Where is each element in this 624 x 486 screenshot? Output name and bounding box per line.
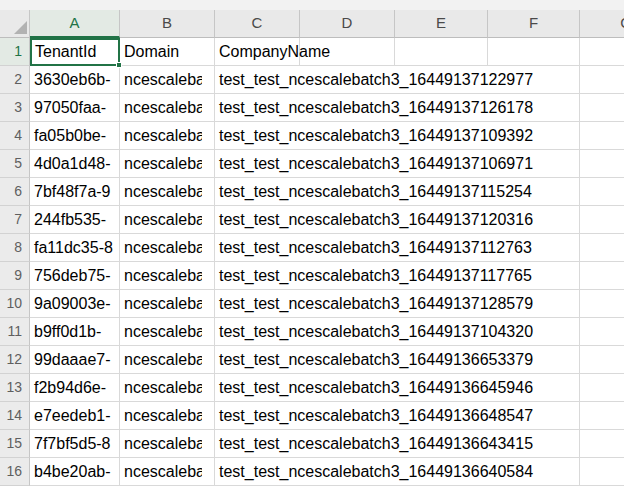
row-number[interactable]: 14 bbox=[0, 402, 30, 430]
cell-tenantid[interactable]: 7f7bf5d5-8 bbox=[30, 430, 120, 458]
row-number[interactable]: 16 bbox=[0, 458, 30, 486]
cell-empty[interactable] bbox=[580, 374, 624, 402]
cell-domain[interactable]: ncescaleba bbox=[120, 122, 215, 150]
cell-tenantid[interactable]: 99daaae7- bbox=[30, 346, 120, 374]
active-cell-a1[interactable]: TenantId bbox=[30, 38, 120, 66]
cell-empty[interactable] bbox=[580, 402, 624, 430]
column-header-d[interactable]: D bbox=[300, 10, 395, 38]
cell-domain[interactable]: ncescaleba bbox=[120, 374, 215, 402]
cell-empty[interactable] bbox=[580, 346, 624, 374]
row-number[interactable]: 12 bbox=[0, 346, 30, 374]
cell-b1-domain-header[interactable]: Domain bbox=[120, 38, 215, 66]
cell-g1-empty[interactable] bbox=[580, 38, 624, 66]
domain-value: ncescaleba bbox=[124, 150, 202, 177]
cell-domain[interactable]: ncescaleba bbox=[120, 318, 215, 346]
row-number[interactable]: 7 bbox=[0, 206, 30, 234]
cell-empty[interactable] bbox=[580, 94, 624, 122]
row-number[interactable]: 5 bbox=[0, 150, 30, 178]
cell-empty[interactable] bbox=[580, 122, 624, 150]
cell-companyname[interactable]: test_test_ncescalebatch3_16449136648547 bbox=[215, 402, 580, 430]
cell-domain[interactable]: ncescaleba bbox=[120, 262, 215, 290]
table-row: 5 4d0a1d48- ncescaleba test_test_ncescal… bbox=[0, 150, 624, 178]
cell-domain[interactable]: ncescaleba bbox=[120, 346, 215, 374]
column-header-f[interactable]: F bbox=[488, 10, 580, 38]
cell-empty[interactable] bbox=[580, 262, 624, 290]
tenantid-value: b4be20ab- bbox=[34, 463, 111, 480]
column-header-e[interactable]: E bbox=[395, 10, 488, 38]
cell-d1-empty[interactable] bbox=[300, 38, 395, 66]
cell-companyname[interactable]: test_test_ncescalebatch3_16449136640584 bbox=[215, 458, 580, 486]
cell-empty[interactable] bbox=[580, 206, 624, 234]
cell-companyname[interactable]: test_test_ncescalebatch3_16449137126178 bbox=[215, 94, 580, 122]
cell-tenantid[interactable]: 3630eb6b- bbox=[30, 66, 120, 94]
cell-domain[interactable]: ncescaleba bbox=[120, 458, 215, 486]
column-header-c[interactable]: C bbox=[215, 10, 300, 38]
tenantid-value: 756deb75- bbox=[34, 267, 111, 284]
cell-tenantid[interactable]: 4d0a1d48- bbox=[30, 150, 120, 178]
row-number-1[interactable]: 1 bbox=[0, 38, 30, 66]
cell-empty[interactable] bbox=[580, 458, 624, 486]
cell-tenantid[interactable]: fa11dc35-8 bbox=[30, 234, 120, 262]
domain-value: ncescaleba bbox=[124, 430, 202, 457]
cell-domain[interactable]: ncescaleba bbox=[120, 66, 215, 94]
cell-empty[interactable] bbox=[580, 66, 624, 94]
cell-domain[interactable]: ncescaleba bbox=[120, 430, 215, 458]
cell-domain[interactable]: ncescaleba bbox=[120, 290, 215, 318]
column-header-g[interactable]: G bbox=[580, 10, 624, 38]
cell-domain[interactable]: ncescaleba bbox=[120, 402, 215, 430]
cell-empty[interactable] bbox=[580, 150, 624, 178]
cell-tenantid[interactable]: 97050faa- bbox=[30, 94, 120, 122]
row-number[interactable]: 4 bbox=[0, 122, 30, 150]
cell-e1-empty[interactable] bbox=[395, 38, 488, 66]
cell-tenantid[interactable]: 7bf48f7a-9 bbox=[30, 178, 120, 206]
cell-empty[interactable] bbox=[580, 234, 624, 262]
cell-tenantid[interactable]: b9ff0d1b- bbox=[30, 318, 120, 346]
row-number[interactable]: 8 bbox=[0, 234, 30, 262]
cell-companyname[interactable]: test_test_ncescalebatch3_16449136645946 bbox=[215, 374, 580, 402]
cell-empty[interactable] bbox=[580, 290, 624, 318]
column-header-a[interactable]: A bbox=[30, 10, 120, 38]
cell-tenantid[interactable]: fa05b0be- bbox=[30, 122, 120, 150]
cell-domain[interactable]: ncescaleba bbox=[120, 178, 215, 206]
cell-tenantid[interactable]: 756deb75- bbox=[30, 262, 120, 290]
table-row: 3 97050faa- ncescaleba test_test_ncescal… bbox=[0, 94, 624, 122]
row-number[interactable]: 15 bbox=[0, 430, 30, 458]
cell-companyname[interactable]: test_test_ncescalebatch3_16449137106971 bbox=[215, 150, 580, 178]
cell-tenantid[interactable]: 244fb535- bbox=[30, 206, 120, 234]
tenantid-value: 3630eb6b- bbox=[34, 71, 111, 88]
cell-c1-companyname-header[interactable]: CompanyName bbox=[215, 38, 300, 66]
cell-companyname[interactable]: test_test_ncescalebatch3_16449137104320 bbox=[215, 318, 580, 346]
cell-f1-empty[interactable] bbox=[488, 38, 580, 66]
cell-domain[interactable]: ncescaleba bbox=[120, 150, 215, 178]
cell-domain[interactable]: ncescaleba bbox=[120, 206, 215, 234]
cell-companyname[interactable]: test_test_ncescalebatch3_16449137120316 bbox=[215, 206, 580, 234]
row-number[interactable]: 9 bbox=[0, 262, 30, 290]
select-all-triangle-icon bbox=[14, 21, 27, 34]
cell-domain[interactable]: ncescaleba bbox=[120, 94, 215, 122]
fill-handle[interactable] bbox=[116, 62, 122, 68]
row-number[interactable]: 3 bbox=[0, 94, 30, 122]
cell-domain[interactable]: ncescaleba bbox=[120, 234, 215, 262]
cell-tenantid[interactable]: f2b94d6e- bbox=[30, 374, 120, 402]
cell-tenantid[interactable]: e7eedeb1- bbox=[30, 402, 120, 430]
cell-companyname[interactable]: test_test_ncescalebatch3_16449137115254 bbox=[215, 178, 580, 206]
row-number[interactable]: 13 bbox=[0, 374, 30, 402]
row-number[interactable]: 2 bbox=[0, 66, 30, 94]
cell-empty[interactable] bbox=[580, 318, 624, 346]
cell-companyname[interactable]: test_test_ncescalebatch3_16449137112763 bbox=[215, 234, 580, 262]
cell-companyname[interactable]: test_test_ncescalebatch3_16449137109392 bbox=[215, 122, 580, 150]
cell-tenantid[interactable]: 9a09003e- bbox=[30, 290, 120, 318]
cell-empty[interactable] bbox=[580, 430, 624, 458]
cell-companyname[interactable]: test_test_ncescalebatch3_16449137128579 bbox=[215, 290, 580, 318]
select-all-button[interactable] bbox=[0, 10, 30, 38]
column-header-b[interactable]: B bbox=[120, 10, 215, 38]
cell-companyname[interactable]: test_test_ncescalebatch3_16449136653379 bbox=[215, 346, 580, 374]
row-number[interactable]: 10 bbox=[0, 290, 30, 318]
cell-tenantid[interactable]: b4be20ab- bbox=[30, 458, 120, 486]
cell-companyname[interactable]: test_test_ncescalebatch3_16449137122977 bbox=[215, 66, 580, 94]
row-number[interactable]: 6 bbox=[0, 178, 30, 206]
cell-companyname[interactable]: test_test_ncescalebatch3_16449137117765 bbox=[215, 262, 580, 290]
cell-companyname[interactable]: test_test_ncescalebatch3_16449136643415 bbox=[215, 430, 580, 458]
row-number[interactable]: 11 bbox=[0, 318, 30, 346]
cell-empty[interactable] bbox=[580, 178, 624, 206]
